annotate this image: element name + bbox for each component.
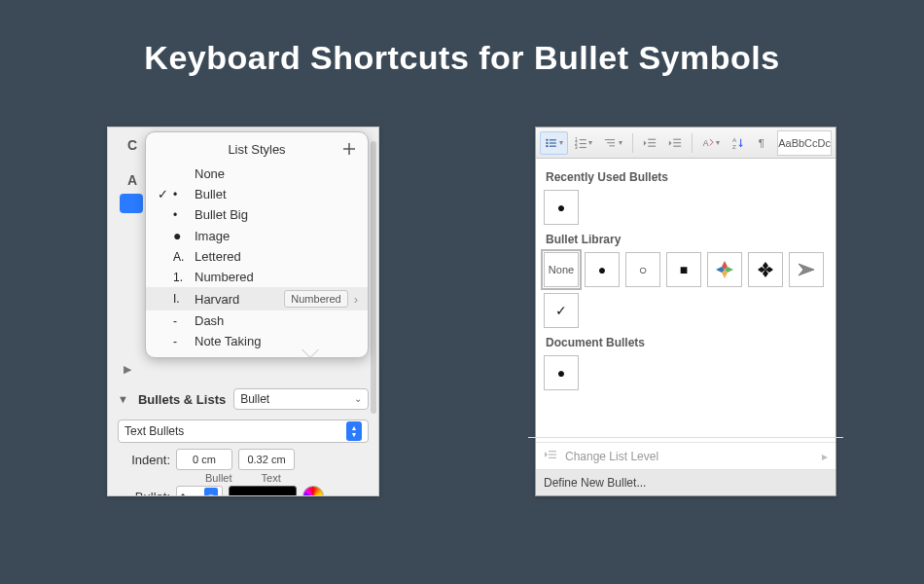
svg-rect-15 xyxy=(648,138,656,139)
indent-text-input[interactable]: 0.32 cm xyxy=(238,449,295,470)
bullet-swatch-square[interactable]: ■ xyxy=(666,252,701,287)
dropdown-value: Bullet xyxy=(240,392,269,406)
four-diamond-color-icon xyxy=(716,261,733,278)
bullet-char-value: • xyxy=(181,490,185,496)
chevron-right-icon: › xyxy=(354,292,358,307)
svg-rect-12 xyxy=(605,139,615,140)
plus-icon xyxy=(341,141,357,157)
alignment-chip[interactable] xyxy=(120,194,143,213)
style-item-harvard[interactable]: I. Harvard Numbered › xyxy=(146,287,368,310)
style-item-bullet-big[interactable]: • Bullet Big xyxy=(146,204,368,225)
pilcrow-icon: ¶ xyxy=(757,135,770,151)
style-badge: Numbered xyxy=(284,290,347,308)
checkmark-icon: ✓ xyxy=(158,187,173,201)
recent-title: Recently Used Bullets xyxy=(546,170,828,184)
word-bullet-dropdown: ▾ 1 2 3 ▾ ▾ A xyxy=(535,127,836,496)
style-label: Image xyxy=(195,229,230,243)
sublabel-text: Text xyxy=(262,472,281,484)
style-label: Note Taking xyxy=(195,334,261,348)
bullet-swatch-arrow[interactable] xyxy=(789,252,824,287)
style-preview[interactable]: AaBbCcDc xyxy=(777,130,832,156)
recent-bullet-swatch[interactable]: ● xyxy=(544,190,579,225)
svg-text:3: 3 xyxy=(575,145,578,150)
ribbon-toolbar: ▾ 1 2 3 ▾ ▾ A xyxy=(536,128,835,159)
bullet-swatch-4diamond[interactable] xyxy=(748,252,783,287)
list-styles-popover: List Styles None ✓ • Bullet • Bullet Big… xyxy=(145,131,369,358)
svg-rect-20 xyxy=(673,145,681,146)
current-style-dropdown[interactable]: Bullet ⌄ xyxy=(233,388,369,410)
bullet-char-label: Bullet: xyxy=(118,490,170,497)
sort-button[interactable]: A Z xyxy=(727,131,750,155)
bullet-swatch-disc[interactable]: ● xyxy=(585,252,620,287)
sort-icon: A Z xyxy=(731,135,745,151)
bullet-type-select[interactable]: Text Bullets ▲▼ xyxy=(118,420,369,443)
svg-point-2 xyxy=(546,141,548,143)
bg-letter: C xyxy=(127,137,137,153)
bullet-swatch-none[interactable]: None xyxy=(544,252,579,287)
style-item-bullet[interactable]: ✓ • Bullet xyxy=(146,184,368,204)
style-item-note-taking[interactable]: - Note Taking xyxy=(146,331,368,351)
document-title: Document Bullets xyxy=(546,336,828,349)
style-label: Bullet xyxy=(195,187,227,201)
svg-rect-3 xyxy=(550,142,556,143)
bullet-swatch-circle[interactable]: ○ xyxy=(625,252,660,287)
svg-rect-16 xyxy=(648,142,656,143)
select-value: Text Bullets xyxy=(124,424,184,438)
style-label: Dash xyxy=(195,313,224,328)
document-bullet-swatch[interactable]: ● xyxy=(544,355,579,390)
svg-rect-7 xyxy=(579,139,586,140)
scrollbar[interactable] xyxy=(371,141,376,414)
increase-indent-icon xyxy=(668,135,682,151)
svg-rect-26 xyxy=(549,454,556,455)
multilevel-button[interactable]: ▾ xyxy=(599,131,627,155)
font-clear-button[interactable]: A ▾ xyxy=(697,131,726,155)
style-item-none[interactable]: None xyxy=(146,164,368,184)
svg-point-4 xyxy=(546,145,548,147)
svg-rect-5 xyxy=(550,145,556,146)
style-label: Numbered xyxy=(195,270,254,284)
style-label: Harvard xyxy=(195,292,239,307)
style-label: Bullet Big xyxy=(195,207,248,222)
indent-bullet-input[interactable]: 0 cm xyxy=(176,449,232,470)
bullet-color-swatch[interactable] xyxy=(229,486,297,496)
style-item-numbered[interactable]: 1. Numbered xyxy=(146,267,368,287)
bullet-swatch-check[interactable]: ✓ xyxy=(544,293,579,328)
style-item-lettered[interactable]: A. Lettered xyxy=(146,246,368,267)
bullet-char-select[interactable]: • ▼ xyxy=(176,486,223,496)
svg-rect-19 xyxy=(673,142,681,143)
sublabel-bullet: Bullet xyxy=(205,472,232,484)
color-wheel-button[interactable] xyxy=(302,486,324,496)
font-clear-icon: A xyxy=(702,135,715,151)
popover-title: List Styles xyxy=(173,142,340,157)
bullet-swatch-4color[interactable] xyxy=(707,252,742,287)
style-item-dash[interactable]: - Dash xyxy=(146,310,368,331)
svg-text:¶: ¶ xyxy=(759,137,764,149)
numbering-icon: 1 2 3 xyxy=(575,135,587,151)
numbering-button[interactable]: 1 2 3 ▾ xyxy=(570,131,598,155)
svg-rect-11 xyxy=(579,146,586,147)
show-marks-button[interactable]: ¶ xyxy=(752,131,775,155)
indent-icon xyxy=(544,449,557,463)
style-item-image[interactable]: ● Image xyxy=(146,225,368,246)
increase-indent-button[interactable] xyxy=(663,131,687,155)
indent-label: Indent: xyxy=(118,453,170,467)
add-style-button[interactable] xyxy=(340,140,358,158)
section-title: Bullets & Lists xyxy=(138,392,226,407)
svg-rect-9 xyxy=(579,143,586,144)
bullets-button[interactable]: ▾ xyxy=(540,131,568,155)
define-new-bullet-row[interactable]: Define New Bullet... xyxy=(536,469,835,495)
define-new-bullet-label: Define New Bullet... xyxy=(544,476,646,490)
disclosure-down-icon[interactable]: ▼ xyxy=(118,393,128,405)
decrease-indent-button[interactable] xyxy=(638,131,661,155)
mac-inspector-panel: C A ▶ List Styles None ✓ • Bullet • Bull… xyxy=(107,127,379,496)
svg-rect-14 xyxy=(610,145,616,146)
style-label: Lettered xyxy=(195,249,241,264)
svg-text:A: A xyxy=(732,136,737,143)
change-list-level-label: Change List Level xyxy=(565,450,658,463)
svg-rect-1 xyxy=(550,139,556,140)
svg-rect-13 xyxy=(607,142,615,143)
svg-rect-27 xyxy=(549,457,556,458)
disclosure-collapsed-icon[interactable]: ▶ xyxy=(124,363,131,376)
stepper-icon: ▲▼ xyxy=(346,421,362,441)
page-title: Keyboard Shortcuts for Bullet Symbols xyxy=(0,0,924,77)
